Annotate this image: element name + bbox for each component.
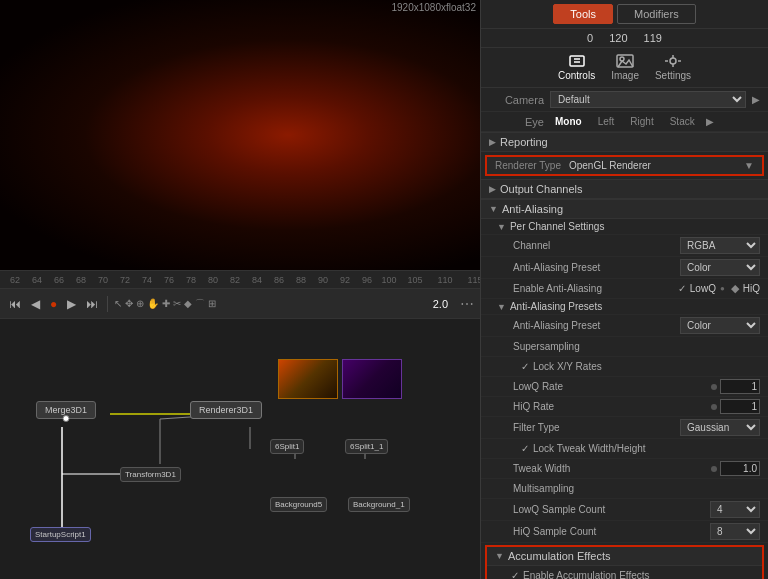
renderer-dropdown-icon[interactable]: ▼ [744, 160, 754, 171]
output-channels-title: Output Channels [500, 183, 583, 195]
timeline-controls: ⏮ ◀ ● ▶ ⏭ ↖ ✥ ⊕ ✋ ✚ ✂ ◆ ⌒ ⊞ 2.0 ⋯ [0, 288, 480, 318]
tab-modifiers[interactable]: Modifiers [617, 4, 696, 24]
tweak-width-input[interactable]: 1.0 [720, 461, 760, 476]
channel-select[interactable]: RGBA [680, 237, 760, 254]
tab-tools[interactable]: Tools [553, 4, 613, 24]
frame-current: 119 [644, 32, 662, 44]
enable-accumulation-check[interactable]: ✓ [511, 570, 519, 579]
renderer-type-row[interactable]: Renderer Type OpenGL Renderer ▼ [485, 155, 764, 176]
hand-icon[interactable]: ✋ [147, 298, 159, 309]
zoom-icon[interactable]: ⊕ [136, 298, 144, 309]
enable-aa-check[interactable]: ✓ [678, 283, 686, 294]
aa-presets-header[interactable]: ▼ Anti-Aliasing Presets [481, 299, 768, 315]
6split1-label: 6Split1 [275, 442, 299, 451]
ruler-numbers: 62 64 66 68 70 72 74 76 78 80 82 84 86 8… [4, 275, 480, 285]
hiq-rate-dot [711, 404, 717, 410]
thumbnail-group [278, 359, 402, 399]
eye-right-button[interactable]: Right [625, 115, 658, 128]
tweak-width-row: Tweak Width 1.0 [481, 459, 768, 479]
play-back-button[interactable]: ◀ [28, 295, 43, 313]
icon-tabs: Controls Image Settings [481, 48, 768, 88]
camera-select[interactable]: Default [550, 91, 746, 108]
skip-start-button[interactable]: ⏮ [6, 295, 24, 313]
cut-icon[interactable]: ✂ [173, 298, 181, 309]
accumulation-header[interactable]: ▼ Accumulation Effects [487, 547, 762, 566]
tab-image[interactable]: Image [611, 54, 639, 81]
aa-presets-title: Anti-Aliasing Presets [510, 301, 602, 312]
skip-end-button[interactable]: ⏭ [83, 295, 101, 313]
transform3d1-label: Transform3D1 [125, 470, 176, 479]
renderer3d1-node[interactable]: Renderer3D1 [190, 401, 262, 419]
hiq-rate-input[interactable]: 1 [720, 399, 760, 414]
lock-tweak-check[interactable]: ✓ [521, 443, 529, 454]
channel-label: Channel [513, 240, 680, 251]
viewport: 1920x1080xfloat32 [0, 0, 480, 270]
filter-type-select[interactable]: Gaussian [680, 419, 760, 436]
lock-tweak-label: Lock Tweak Width/Height [533, 443, 760, 454]
lock-xy-check[interactable]: ✓ [521, 361, 529, 372]
thumb-purple[interactable] [342, 359, 402, 399]
per-channel-title: Per Channel Settings [510, 221, 605, 232]
hiq-rate-row: HiQ Rate 1 [481, 397, 768, 417]
hiq-sample-row: HiQ Sample Count 8 [481, 521, 768, 543]
background5-label: Background5 [275, 500, 322, 509]
lowq-sample-label: LowQ Sample Count [513, 504, 710, 515]
snap-icon[interactable]: ⊞ [208, 298, 216, 309]
lowq-dot[interactable]: ● [720, 284, 725, 293]
startupscript1-node[interactable]: StartupScript1 [30, 527, 91, 542]
frame-end: 120 [609, 32, 627, 44]
filter-type-row: Filter Type Gaussian [481, 417, 768, 439]
svg-point-13 [670, 58, 676, 64]
eye-stack-button[interactable]: Stack [665, 115, 700, 128]
separator: ◆ [731, 282, 739, 295]
renderer-type-label: Renderer Type [495, 160, 561, 171]
timeline-value: 2.0 [433, 298, 448, 310]
6split1-node[interactable]: 6Split1 [270, 439, 304, 454]
output-channels-arrow: ▶ [489, 184, 496, 194]
reporting-section[interactable]: ▶ Reporting [481, 132, 768, 152]
enable-aa-row: Enable Anti-Aliasing ✓ LowQ ● ◆ HiQ [481, 279, 768, 299]
aa-preset-select[interactable]: Color [680, 259, 760, 276]
hiq-rate-label: HiQ Rate [513, 401, 708, 412]
accumulation-section: ▼ Accumulation Effects ✓ Enable Accumula… [485, 545, 764, 579]
camera-arrow-button[interactable]: ▶ [752, 94, 760, 105]
anti-aliasing-section[interactable]: ▼ Anti-Aliasing [481, 199, 768, 219]
reporting-title: Reporting [500, 136, 548, 148]
add-icon[interactable]: ✚ [162, 298, 170, 309]
svg-rect-8 [570, 56, 584, 66]
merge3d1-node[interactable]: Merge3D1 [36, 401, 96, 419]
background-1-node[interactable]: Background_1 [348, 497, 410, 512]
more-options-icon[interactable]: ⋯ [460, 296, 474, 312]
eye-left-button[interactable]: Left [593, 115, 620, 128]
lowq-sample-select[interactable]: 4 [710, 501, 760, 518]
tweak-width-label: Tweak Width [513, 463, 708, 474]
key-icon[interactable]: ◆ [184, 298, 192, 309]
bezier-icon[interactable]: ⌒ [195, 297, 205, 311]
tab-controls[interactable]: Controls [558, 54, 595, 81]
output-channels-section[interactable]: ▶ Output Channels [481, 179, 768, 199]
6split1-1-node[interactable]: 6Split1_1 [345, 439, 388, 454]
frame-start: 0 [587, 32, 593, 44]
record-button[interactable]: ● [47, 295, 60, 313]
aa-preset2-select[interactable]: Color [680, 317, 760, 334]
right-panel: Tools Modifiers 0 120 119 Controls Image [480, 0, 768, 579]
lowq-sample-row: LowQ Sample Count 4 [481, 499, 768, 521]
play-forward-button[interactable]: ▶ [64, 295, 79, 313]
multisampling-label: Multisampling [513, 483, 760, 494]
supersampling-label: Supersampling [513, 341, 760, 352]
tab-settings[interactable]: Settings [655, 54, 691, 81]
tab-image-label: Image [611, 70, 639, 81]
move-icon[interactable]: ✥ [125, 298, 133, 309]
eye-mono-button[interactable]: Mono [550, 115, 587, 128]
eye-arrow-button[interactable]: ▶ [706, 116, 714, 127]
startupscript1-label: StartupScript1 [35, 530, 86, 539]
aa-preset-label: Anti-Aliasing Preset [513, 262, 680, 273]
enable-accumulation-label: Enable Accumulation Effects [523, 570, 754, 579]
hiq-sample-select[interactable]: 8 [710, 523, 760, 540]
thumb-orange[interactable] [278, 359, 338, 399]
transform3d1-node[interactable]: Transform3D1 [120, 467, 181, 482]
pointer-icon[interactable]: ↖ [114, 298, 122, 309]
per-channel-header[interactable]: ▼ Per Channel Settings [481, 219, 768, 235]
background5-node[interactable]: Background5 [270, 497, 327, 512]
lowq-rate-input[interactable]: 1 [720, 379, 760, 394]
